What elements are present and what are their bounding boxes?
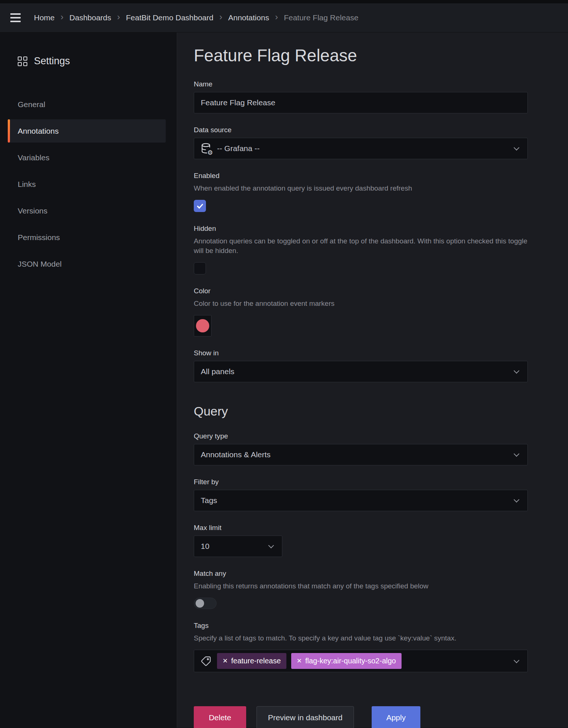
settings-nav: General Annotations Variables Links Vers… <box>0 93 177 276</box>
max-limit-select[interactable]: 10 <box>194 536 282 557</box>
menu-icon[interactable] <box>10 10 25 25</box>
query-type-value: Annotations & Alerts <box>201 450 271 459</box>
enabled-description: When enabled the annotation query is iss… <box>194 184 528 193</box>
tag-chip-feature-release: ✕ feature-release <box>217 653 286 669</box>
data-source-label: Data source <box>194 126 528 134</box>
page-title: Feature Flag Release <box>194 45 568 66</box>
annotation-color-dot <box>196 319 209 332</box>
sidebar-item-general[interactable]: General <box>8 93 166 116</box>
show-in-field-group: Show in All panels <box>194 349 528 382</box>
enabled-field-group: Enabled When enabled the annotation quer… <box>194 171 528 212</box>
settings-heading: Settings <box>18 55 177 67</box>
max-limit-field-group: Max limit 10 <box>194 523 528 557</box>
filter-by-value: Tags <box>201 496 217 505</box>
top-navbar: Home › Dashboards › FeatBit Demo Dashboa… <box>0 3 568 33</box>
name-field-group: Name <box>194 80 528 113</box>
breadcrumb-dashboard-name[interactable]: FeatBit Demo Dashboard <box>126 13 213 22</box>
chevron-down-icon <box>514 145 520 151</box>
color-field-group: Color Color to use for the annotation ev… <box>194 287 528 336</box>
action-buttons-row: Delete Preview in dashboard Apply <box>194 706 528 728</box>
query-section-heading: Query <box>194 403 528 419</box>
breadcrumb-separator: › <box>117 13 120 23</box>
chevron-down-icon <box>268 543 274 548</box>
query-type-label: Query type <box>194 432 528 441</box>
active-item-accent-bar <box>8 119 10 143</box>
delete-button[interactable]: Delete <box>194 706 246 728</box>
hidden-description: Annotation queries can be toggled on or … <box>194 236 528 256</box>
hidden-field-group: Hidden Annotation queries can be toggled… <box>194 224 528 274</box>
breadcrumb-separator: › <box>219 13 222 23</box>
chevron-down-icon <box>514 497 520 503</box>
show-in-label: Show in <box>194 349 528 358</box>
sidebar-item-versions[interactable]: Versions <box>8 199 166 222</box>
breadcrumb-home[interactable]: Home <box>34 13 55 22</box>
breadcrumb-annotations[interactable]: Annotations <box>228 13 269 22</box>
chevron-down-icon <box>514 657 520 663</box>
tags-input[interactable]: ✕ feature-release ✕ flag-key:air-quality… <box>194 650 528 672</box>
database-gear-icon: ⚙ <box>201 143 212 154</box>
match-any-label: Match any <box>194 569 528 578</box>
sidebar-item-permissions[interactable]: Permissions <box>8 226 166 249</box>
breadcrumb-dashboards[interactable]: Dashboards <box>69 13 111 22</box>
chevron-down-icon <box>514 451 520 457</box>
sidebar-item-label: Annotations <box>18 127 59 136</box>
query-type-field-group: Query type Annotations & Alerts <box>194 432 528 465</box>
preview-in-dashboard-button[interactable]: Preview in dashboard <box>257 706 354 728</box>
max-limit-value: 10 <box>201 542 209 551</box>
name-label: Name <box>194 80 528 89</box>
color-picker-button[interactable] <box>194 315 211 336</box>
data-source-select[interactable]: ⚙ -- Grafana -- <box>194 138 528 159</box>
color-description: Color to use for the annotation event ma… <box>194 299 528 308</box>
sidebar-item-json-model[interactable]: JSON Model <box>8 252 166 276</box>
remove-tag-icon[interactable]: ✕ <box>223 657 228 665</box>
annotation-settings-panel: Feature Flag Release Name Data source <box>177 33 568 728</box>
settings-sidebar: Settings General Annotations Variables L… <box>0 33 177 728</box>
show-in-value: All panels <box>201 367 234 376</box>
gear-icon: ⚙ <box>207 150 213 156</box>
sidebar-item-variables[interactable]: Variables <box>8 146 166 169</box>
apply-button[interactable]: Apply <box>372 706 420 728</box>
name-input[interactable] <box>194 92 528 113</box>
enabled-checkbox[interactable] <box>194 200 206 212</box>
breadcrumb-separator: › <box>275 13 278 23</box>
max-limit-label: Max limit <box>194 523 528 532</box>
sidebar-item-links[interactable]: Links <box>8 172 166 196</box>
tags-label: Tags <box>194 621 528 630</box>
enabled-label: Enabled <box>194 171 528 180</box>
filter-by-label: Filter by <box>194 478 528 486</box>
data-source-field-group: Data source ⚙ -- Grafana -- <box>194 126 528 159</box>
breadcrumb: Home › Dashboards › FeatBit Demo Dashboa… <box>34 13 358 23</box>
match-any-description: Enabling this returns annotations that m… <box>194 581 528 591</box>
settings-heading-label: Settings <box>34 55 70 67</box>
hidden-label: Hidden <box>194 224 528 233</box>
breadcrumb-separator: › <box>61 13 63 23</box>
show-in-select[interactable]: All panels <box>194 361 528 382</box>
filter-by-select[interactable]: Tags <box>194 490 528 511</box>
toggle-knob <box>196 599 204 608</box>
filter-by-field-group: Filter by Tags <box>194 478 528 511</box>
breadcrumb-current-page: Feature Flag Release <box>284 13 358 22</box>
color-label: Color <box>194 287 528 295</box>
tags-field-group: Tags Specify a list of tags to match. To… <box>194 621 528 672</box>
chevron-down-icon <box>514 368 520 374</box>
hidden-checkbox[interactable] <box>194 262 206 274</box>
remove-tag-icon[interactable]: ✕ <box>297 657 302 665</box>
match-any-toggle[interactable] <box>194 598 217 609</box>
data-source-value: -- Grafana -- <box>217 144 260 153</box>
tag-chip-label: feature-release <box>231 657 281 665</box>
tag-icon <box>201 656 211 666</box>
window-top-edge <box>0 0 568 3</box>
apps-grid-icon <box>18 57 27 66</box>
tag-chip-flag-key: ✕ flag-key:air-quality-so2-algo <box>291 653 402 669</box>
sidebar-item-annotations[interactable]: Annotations <box>8 119 166 143</box>
query-type-select[interactable]: Annotations & Alerts <box>194 444 528 465</box>
tags-description: Specify a list of tags to match. To spec… <box>194 633 528 643</box>
check-icon <box>196 202 204 210</box>
match-any-field-group: Match any Enabling this returns annotati… <box>194 569 528 609</box>
tag-chip-label: flag-key:air-quality-so2-algo <box>305 657 396 665</box>
